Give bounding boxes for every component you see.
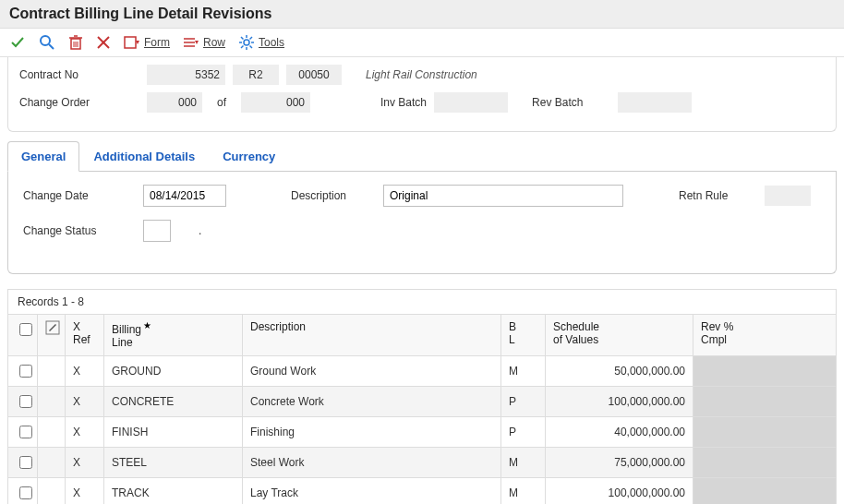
cell-rev xyxy=(693,477,837,504)
table-row[interactable]: XTRACKLay TrackM100,000,000.00 xyxy=(8,477,837,504)
col-edit xyxy=(38,315,66,356)
cell-xref: X xyxy=(66,447,104,477)
cell-billing: FINISH xyxy=(104,416,243,447)
search-icon xyxy=(39,34,55,51)
svg-point-14 xyxy=(244,40,249,45)
cell-billing: TRACK xyxy=(104,477,243,504)
row-checkbox[interactable] xyxy=(19,365,32,378)
grid: XRef Billing★Line Description BL Schedul… xyxy=(7,314,837,504)
cell-bl: M xyxy=(501,477,546,504)
cell-sched: 100,000,000.00 xyxy=(546,477,693,504)
change-date-label: Change Date xyxy=(23,189,125,202)
table-row[interactable]: XGROUNDGround WorkM50,000,000.00 xyxy=(8,355,837,386)
retn-rule-field[interactable] xyxy=(765,186,811,206)
svg-rect-10 xyxy=(125,37,136,48)
header-panel: Contract No Light Rail Construction Chan… xyxy=(7,57,837,132)
cell-bl: P xyxy=(501,386,546,416)
cell-rev xyxy=(693,447,837,477)
col-rev-pct[interactable]: Rev %Cmpl xyxy=(693,315,837,356)
page-title: Contract Billing Line Detail Revisions xyxy=(0,0,844,29)
col-bl[interactable]: BL xyxy=(501,315,546,356)
cell-sched: 100,000,000.00 xyxy=(546,386,693,416)
retn-rule-label: Retn Rule xyxy=(679,189,728,202)
form-menu[interactable]: Form xyxy=(124,35,170,50)
close-icon xyxy=(96,35,111,50)
table-row[interactable]: XFINISHFinishingP40,000,000.00 xyxy=(8,416,837,447)
row-checkbox[interactable] xyxy=(19,426,32,438)
contract-no-label: Contract No xyxy=(19,68,139,81)
row-menu[interactable]: Row xyxy=(183,35,225,50)
cell-rev xyxy=(693,355,837,386)
description-field[interactable] xyxy=(383,185,623,207)
general-panel: Change Date Description Retn Rule Change… xyxy=(7,172,837,274)
records-count: Records 1 - 8 xyxy=(7,289,837,314)
cell-sched: 50,000,000.00 xyxy=(546,355,693,386)
trash-icon xyxy=(68,34,83,51)
change-date-field[interactable] xyxy=(143,185,226,207)
find-button[interactable] xyxy=(39,34,55,51)
cell-xref: X xyxy=(66,355,104,386)
edit-icon[interactable] xyxy=(45,320,60,335)
change-order-b-field[interactable] xyxy=(241,92,310,113)
ok-button[interactable] xyxy=(9,34,26,51)
cell-billing: GROUND xyxy=(104,355,243,386)
table-row[interactable]: XCONCRETEConcrete WorkP100,000,000.00 xyxy=(8,386,837,416)
cell-desc: Steel Work xyxy=(243,447,501,477)
contract-no-field[interactable] xyxy=(147,65,225,85)
svg-point-0 xyxy=(41,36,50,45)
cell-desc: Finishing xyxy=(243,416,501,447)
cell-xref: X xyxy=(66,416,104,447)
row-checkbox[interactable] xyxy=(19,456,32,469)
cell-xref: X xyxy=(66,386,104,416)
cell-rev xyxy=(693,416,837,447)
inv-batch-field[interactable] xyxy=(434,92,508,113)
contract-rev-field[interactable] xyxy=(233,65,279,85)
cell-desc: Lay Track xyxy=(243,477,501,504)
cell-bl: M xyxy=(501,355,546,386)
cell-bl: M xyxy=(501,447,546,477)
row-checkbox[interactable] xyxy=(19,395,32,408)
cell-sched: 40,000,000.00 xyxy=(546,416,693,447)
row-checkbox[interactable] xyxy=(19,486,32,499)
select-all-checkbox[interactable] xyxy=(19,323,32,336)
tab-currency[interactable]: Currency xyxy=(209,141,289,172)
of-label: of xyxy=(217,96,226,109)
row-icon xyxy=(183,35,199,50)
cell-bl: P xyxy=(501,416,546,447)
description-label: Description xyxy=(291,189,365,202)
cell-billing: STEEL xyxy=(104,447,243,477)
tab-additional-details[interactable]: Additional Details xyxy=(79,141,209,172)
col-select-all xyxy=(8,315,38,356)
change-order-a-field[interactable] xyxy=(147,92,202,113)
inv-batch-label: Inv Batch xyxy=(380,96,427,109)
col-xref[interactable]: XRef xyxy=(66,315,104,356)
change-status-field[interactable] xyxy=(143,220,171,242)
cell-sched: 75,000,000.00 xyxy=(546,447,693,477)
change-status-desc: . xyxy=(199,224,201,237)
contract-seq-field[interactable] xyxy=(286,65,342,85)
check-icon xyxy=(9,34,26,51)
svg-line-20 xyxy=(250,46,253,49)
change-order-label: Change Order xyxy=(19,96,139,109)
svg-line-22 xyxy=(241,46,244,49)
form-icon xyxy=(124,35,140,50)
tools-menu[interactable]: Tools xyxy=(238,34,284,51)
row-menu-label: Row xyxy=(203,36,225,49)
cancel-button[interactable] xyxy=(96,35,111,50)
cell-billing: CONCRETE xyxy=(104,386,243,416)
table-row[interactable]: XSTEELSteel WorkM75,000,000.00 xyxy=(8,447,837,477)
delete-button[interactable] xyxy=(68,34,83,51)
col-description[interactable]: Description xyxy=(243,315,501,356)
col-schedule[interactable]: Scheduleof Values xyxy=(546,315,693,356)
contract-desc: Light Rail Construction xyxy=(366,68,477,81)
gear-icon xyxy=(238,34,255,51)
cell-xref: X xyxy=(66,477,104,504)
change-status-label: Change Status xyxy=(23,224,125,237)
col-billing-line[interactable]: Billing★Line xyxy=(104,315,243,356)
tab-general[interactable]: General xyxy=(7,141,79,172)
cell-desc: Concrete Work xyxy=(243,386,501,416)
rev-batch-field[interactable] xyxy=(618,92,692,113)
rev-batch-label: Rev Batch xyxy=(532,96,583,109)
tools-menu-label: Tools xyxy=(259,36,284,49)
cell-desc: Ground Work xyxy=(243,355,501,386)
